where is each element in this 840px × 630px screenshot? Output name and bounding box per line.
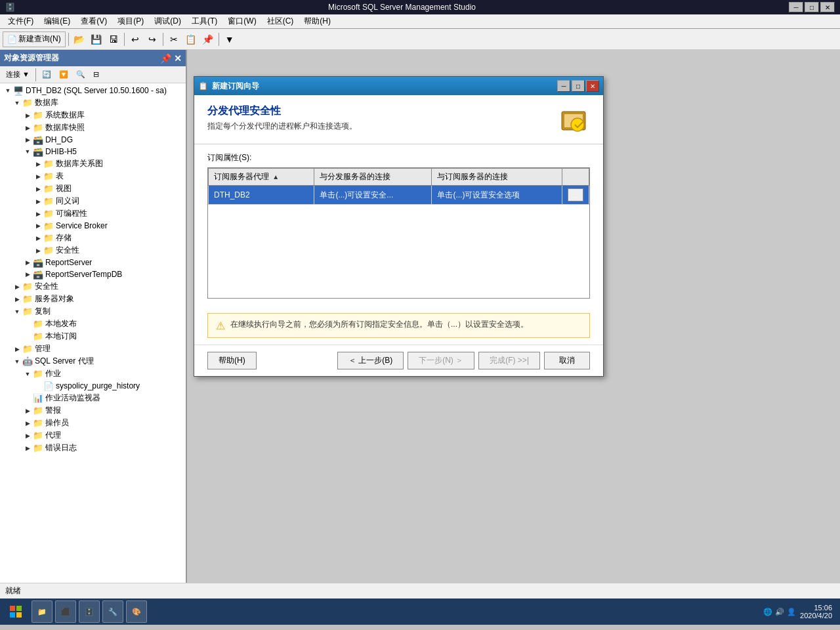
taskbar-ssms[interactable]: 🗄️ <box>79 600 100 623</box>
menu-edit[interactable]: 编辑(E) <box>39 14 75 28</box>
tree-item-syspolicy[interactable]: 📄 syspolicy_purge_history <box>1 380 184 392</box>
minimize-button[interactable]: ─ <box>789 2 803 12</box>
save-button[interactable]: 💾 <box>89 32 104 47</box>
tree-item-storage[interactable]: ▶ 📁 存储 <box>1 232 184 244</box>
copy-button[interactable]: 📋 <box>183 32 199 47</box>
tree-item-security-db[interactable]: ▶ 📁 安全性 <box>1 244 184 257</box>
tree-item-management[interactable]: ▶ 📁 管理 <box>1 343 184 355</box>
menu-project[interactable]: 项目(P) <box>112 14 149 28</box>
expand-reportservertempdb[interactable]: ▶ <box>22 269 33 280</box>
tree-item-proxies[interactable]: ▶ 📁 代理 <box>1 429 184 442</box>
tree-item-sysdb[interactable]: ▶ 📁 系统数据库 <box>1 109 184 121</box>
taskbar-file-explorer[interactable]: 📁 <box>32 600 52 623</box>
tree-item-synonyms[interactable]: ▶ 📁 同义词 <box>1 195 184 207</box>
menu-help[interactable]: 帮助(H) <box>299 14 336 28</box>
tree-item-server[interactable]: ▼ 🖥️ DTH_DB2 (SQL Server 10.50.1600 - sa… <box>1 85 184 96</box>
close-button[interactable]: ✕ <box>820 2 835 12</box>
tree-item-sql-agent[interactable]: ▼ 🤖 SQL Server 代理 <box>1 355 184 368</box>
menu-view[interactable]: 查看(V) <box>75 14 112 28</box>
menu-debug[interactable]: 调试(D) <box>149 14 186 28</box>
prev-button[interactable]: ＜ 上一步(B) <box>337 352 404 369</box>
tree-item-jobs[interactable]: ▼ 📁 作业 <box>1 368 184 380</box>
tree-item-errorlogs[interactable]: ▶ 📁 错误日志 <box>1 442 184 454</box>
cut-button[interactable]: ✂ <box>166 32 182 47</box>
tree-item-reportserver[interactable]: ▶ 🗃️ ReportServer <box>1 257 184 268</box>
menu-tools[interactable]: 工具(T) <box>186 14 222 28</box>
tree-item-operators[interactable]: ▶ 📁 操作员 <box>1 417 184 429</box>
oe-connect-button[interactable]: 连接 ▼ <box>3 68 33 81</box>
help-button[interactable]: 帮助(H) <box>207 352 257 369</box>
expand-alerts[interactable]: ▶ <box>22 406 33 416</box>
expand-server[interactable]: ▼ <box>3 85 13 96</box>
expand-storage[interactable]: ▶ <box>33 233 43 243</box>
tree-item-dhib[interactable]: ▼ 🗃️ DHIB-H5 <box>1 146 184 158</box>
expand-tables[interactable]: ▶ <box>33 171 43 182</box>
more-tools-button[interactable]: ▼ <box>222 32 238 47</box>
expand-security-db[interactable]: ▶ <box>33 245 43 256</box>
tree-item-databases[interactable]: ▼ 📁 数据库 <box>1 96 184 109</box>
oe-search-button[interactable]: 🔍 <box>73 68 89 81</box>
expand-sysdb[interactable]: ▶ <box>22 110 33 121</box>
expand-diagrams[interactable]: ▶ <box>33 159 43 169</box>
expand-reportserver[interactable]: ▶ <box>22 257 33 268</box>
open-file-button[interactable]: 📂 <box>72 32 87 47</box>
tree-item-alerts[interactable]: ▶ 📁 警报 <box>1 404 184 417</box>
tree-item-server-objects[interactable]: ▶ 📁 服务器对象 <box>1 293 184 305</box>
tree-item-replication[interactable]: ▼ 📁 复制 <box>1 305 184 318</box>
expand-views[interactable]: ▶ <box>33 184 43 194</box>
maximize-button[interactable]: □ <box>805 2 819 12</box>
redo-button[interactable]: ↪ <box>144 32 160 47</box>
tree-item-local-subscriptions[interactable]: 📁 本地订阅 <box>1 330 184 343</box>
ellipsis-button[interactable]: ... <box>568 188 583 201</box>
save-all-button[interactable]: 🖫 <box>106 32 121 47</box>
start-button[interactable] <box>3 600 29 623</box>
tree-item-security[interactable]: ▶ 📁 安全性 <box>1 280 184 293</box>
expand-job-monitor[interactable] <box>22 393 33 404</box>
oe-collapse-button[interactable]: ⊟ <box>90 68 102 81</box>
menu-file[interactable]: 文件(F) <box>3 14 39 28</box>
expand-programmability[interactable]: ▶ <box>33 209 43 219</box>
expand-server-objects[interactable]: ▶ <box>12 294 22 304</box>
dialog-close-btn[interactable]: ✕ <box>586 80 599 92</box>
expand-dhdg[interactable]: ▶ <box>22 135 33 145</box>
tree-item-reportservertempdb[interactable]: ▶ 🗃️ ReportServerTempDB <box>1 268 184 280</box>
expand-local-sub[interactable] <box>22 331 33 342</box>
expand-syspolicy[interactable] <box>33 381 43 391</box>
expand-security[interactable]: ▶ <box>12 282 22 292</box>
expand-proxies[interactable]: ▶ <box>22 430 33 441</box>
taskbar-paint[interactable]: 🎨 <box>126 600 147 623</box>
undo-button[interactable]: ↩ <box>127 32 143 47</box>
tree-item-dhdg[interactable]: ▶ 🗃️ DH_DG <box>1 134 184 146</box>
oe-pin-button[interactable]: 📌 <box>160 53 171 64</box>
expand-management[interactable]: ▶ <box>12 344 22 354</box>
expand-snapshots[interactable]: ▶ <box>22 123 33 133</box>
oe-refresh-button[interactable]: 🔄 <box>39 68 54 81</box>
tree-item-programmability[interactable]: ▶ 📁 可编程性 <box>1 207 184 220</box>
paste-button[interactable]: 📌 <box>200 32 216 47</box>
next-button[interactable]: 下一步(N) ＞ <box>408 352 474 369</box>
menu-community[interactable]: 社区(C) <box>262 14 299 28</box>
table-row[interactable]: DTH_DB2 单击(...)可设置安全... 单击(...)可设置安全选项 .… <box>209 186 589 205</box>
oe-close-button[interactable]: ✕ <box>174 53 182 64</box>
tree-item-tables[interactable]: ▶ 📁 表 <box>1 170 184 182</box>
dialog-minimize-btn[interactable]: ─ <box>557 80 570 92</box>
taskbar-tools[interactable]: 🔧 <box>102 600 123 623</box>
tree-item-snapshots[interactable]: ▶ 📁 数据库快照 <box>1 121 184 134</box>
new-query-button[interactable]: 📄 新建查询(N) <box>3 32 66 47</box>
expand-dhib[interactable]: ▼ <box>22 146 33 157</box>
tree-item-service-broker[interactable]: ▶ 📁 Service Broker <box>1 220 184 232</box>
expand-service-broker[interactable]: ▶ <box>33 220 43 231</box>
expand-local-pub[interactable] <box>22 319 33 329</box>
dialog-maximize-btn[interactable]: □ <box>572 80 585 92</box>
oe-filter-button[interactable]: 🔽 <box>56 68 72 81</box>
tree-item-local-publications[interactable]: 📁 本地发布 <box>1 318 184 330</box>
expand-operators[interactable]: ▶ <box>22 418 33 429</box>
tree-item-job-monitor[interactable]: 📊 作业活动监视器 <box>1 392 184 404</box>
tree-item-views[interactable]: ▶ 📁 视图 <box>1 182 184 195</box>
expand-replication[interactable]: ▼ <box>12 306 22 317</box>
expand-errorlogs[interactable]: ▶ <box>22 443 33 453</box>
expand-sql-agent[interactable]: ▼ <box>12 356 22 367</box>
cancel-button[interactable]: 取消 <box>544 352 590 369</box>
menu-window[interactable]: 窗口(W) <box>222 14 261 28</box>
finish-button[interactable]: 完成(F) >>| <box>478 352 540 369</box>
